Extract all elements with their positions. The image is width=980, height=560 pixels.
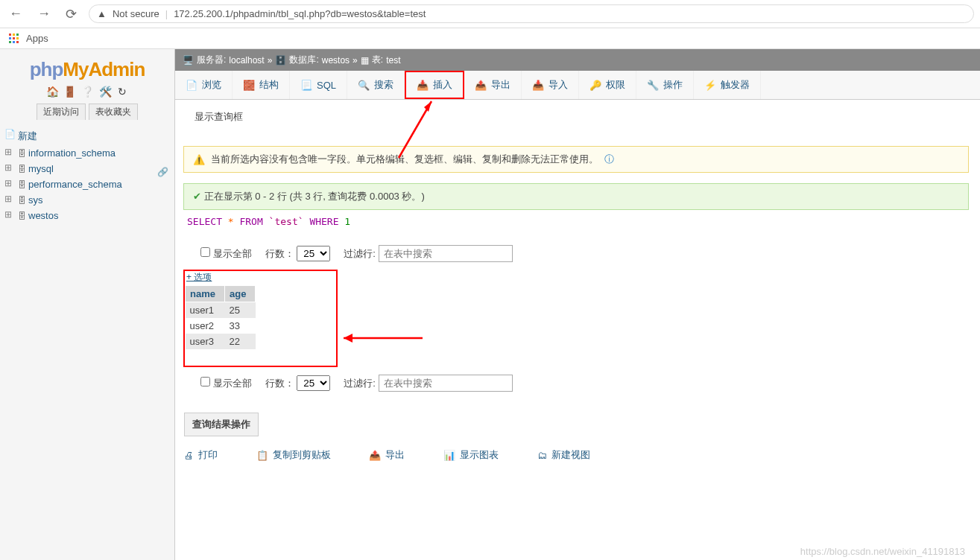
svg-marker-3 (344, 334, 353, 343)
tab-browse[interactable]: 📄浏览 (175, 71, 233, 99)
sidebar: phpMyAdmin 🏠 🚪 ❔ 🛠️ ↻ 近期访问 表收藏夹 🔗 新建 🗄in… (0, 49, 175, 560)
table-row: user322 (186, 334, 256, 349)
bookmarks-bar: Apps (0, 28, 980, 49)
op-chart[interactable]: 📊 显示图表 (443, 448, 516, 462)
top-tabs: 📄浏览 🧱结构 📃SQL 🔍搜索 📥插入 📤导出 📥导入 🔑权限 🔧操作 ⚡触发… (175, 71, 980, 100)
filter-row-top: 显示全部 行数： 25 过滤行: (184, 238, 980, 270)
server-icon: 🖥️ (183, 55, 194, 66)
filter-input-bottom[interactable] (379, 375, 513, 392)
col-header-name[interactable]: name (186, 286, 225, 302)
tab-structure[interactable]: 🧱结构 (233, 71, 290, 99)
tree-db[interactable]: 🗄performance_schema (4, 176, 170, 192)
docs-icon[interactable]: ❔ (81, 86, 93, 98)
tab-privileges[interactable]: 🔑权限 (579, 71, 636, 99)
logout-icon[interactable]: 🚪 (63, 86, 75, 98)
show-query-box[interactable]: 显示查询框 (195, 110, 970, 124)
content-area: 🖥️ 服务器: localhost » 🗄️ 数据库: westos » ▦ 表… (175, 49, 980, 560)
apps-label[interactable]: Apps (26, 33, 48, 44)
filter-row-bottom: 显示全部 行数： 25 过滤行: (184, 367, 980, 399)
tab-import[interactable]: 📥导入 (522, 71, 579, 99)
back-button[interactable]: ← (6, 4, 25, 23)
rows-select-bottom[interactable]: 25 (297, 375, 330, 391)
op-copy[interactable]: 📋 复制到剪贴板 (256, 448, 349, 462)
browser-toolbar: ← → ⟳ ▲ Not secure | 172.25.200.1/phpadm… (0, 0, 980, 28)
warning-icon: ▲ (97, 8, 107, 19)
favorites-tab[interactable]: 表收藏夹 (89, 104, 138, 120)
tab-export[interactable]: 📤导出 (464, 71, 522, 99)
options-link[interactable]: + 选项 (185, 272, 212, 282)
results-table: name age user125 user233 user322 (185, 285, 256, 349)
new-db[interactable]: 新建 (4, 127, 170, 145)
highlighted-results: + 选项 name age user125 user233 user322 (183, 270, 338, 367)
tab-triggers[interactable]: ⚡触发器 (694, 71, 761, 99)
tree-db[interactable]: 🗄information_schema (4, 145, 170, 161)
forward-button[interactable]: → (34, 4, 54, 23)
tab-search[interactable]: 🔍搜索 (347, 71, 405, 99)
table-row: user233 (186, 318, 256, 334)
address-bar[interactable]: ▲ Not secure | 172.25.200.1/phpadmin/tbl… (89, 4, 974, 23)
crumb-db[interactable]: westos (322, 55, 350, 66)
phpmyadmin-logo[interactable]: phpMyAdmin (0, 55, 174, 84)
filter-input-top[interactable] (379, 245, 513, 262)
show-all-bottom[interactable]: 显示全部 (200, 377, 252, 390)
home-icon[interactable]: 🏠 (46, 86, 58, 98)
settings-icon[interactable]: 🛠️ (99, 86, 111, 98)
table-row: user125 (186, 302, 256, 319)
table-icon: ▦ (361, 55, 369, 66)
warning-icon: ⚠️ (193, 154, 205, 165)
sql-query: SELECT * FROM `test` WHERE 1 (184, 210, 980, 238)
results-ops-header: 查询结果操作 (184, 413, 259, 436)
tree-db[interactable]: 🗄sys (4, 192, 170, 208)
security-label: Not secure (113, 8, 159, 19)
warning-text: 当前所选内容没有包含唯一字段。单元格编辑、复选框、编辑、复制和删除无法正常使用。 (211, 153, 598, 166)
crumb-server[interactable]: localhost (229, 55, 264, 66)
op-export[interactable]: 📤 导出 (369, 448, 423, 462)
check-icon: ✔ (193, 191, 201, 202)
breadcrumb: 🖥️ 服务器: localhost » 🗄️ 数据库: westos » ▦ 表… (175, 49, 980, 71)
database-icon: 🗄️ (275, 55, 286, 66)
db-tree: 新建 🗄information_schema 🗄mysql 🗄performan… (0, 120, 174, 231)
tab-sql[interactable]: 📃SQL (290, 71, 347, 99)
apps-icon[interactable] (9, 34, 19, 43)
success-text: 正在显示第 0 - 2 行 (共 3 行, 查询花费 0.0003 秒。) (204, 191, 425, 202)
rows-select[interactable]: 25 (297, 246, 330, 261)
reload-button[interactable]: ⟳ (63, 4, 80, 24)
help-icon[interactable]: ⓘ (604, 153, 614, 166)
results-ops-row: 🖨 打印 📋 复制到剪贴板 📤 导出 📊 显示图表 🗂 新建视图 (184, 444, 980, 466)
op-print[interactable]: 🖨 打印 (184, 448, 235, 462)
show-all-top[interactable]: 显示全部 (200, 247, 252, 261)
warning-box: ⚠️ 当前所选内容没有包含唯一字段。单元格编辑、复选框、编辑、复制和删除无法正常… (183, 146, 969, 173)
url-text: 172.25.200.1/phpadmin/tbl_sql.php?db=wes… (174, 8, 426, 19)
success-box: ✔ 正在显示第 0 - 2 行 (共 3 行, 查询花费 0.0003 秒。) (183, 183, 969, 210)
col-header-age[interactable]: age (224, 286, 255, 302)
sidebar-quick-icons: 🏠 🚪 ❔ 🛠️ ↻ (0, 86, 174, 98)
crumb-table[interactable]: test (386, 55, 400, 66)
tab-insert[interactable]: 📥插入 (405, 71, 464, 99)
tree-db[interactable]: 🗄westos (4, 208, 170, 223)
recent-tab[interactable]: 近期访问 (37, 104, 86, 120)
tree-db[interactable]: 🗄mysql (4, 161, 170, 176)
tab-operations[interactable]: 🔧操作 (636, 71, 694, 99)
watermark: https://blog.csdn.net/weixin_41191813 (800, 546, 965, 557)
op-view[interactable]: 🗂 新建视图 (537, 448, 608, 462)
reload-icon[interactable]: ↻ (116, 86, 128, 98)
annotation-arrow (336, 331, 426, 348)
